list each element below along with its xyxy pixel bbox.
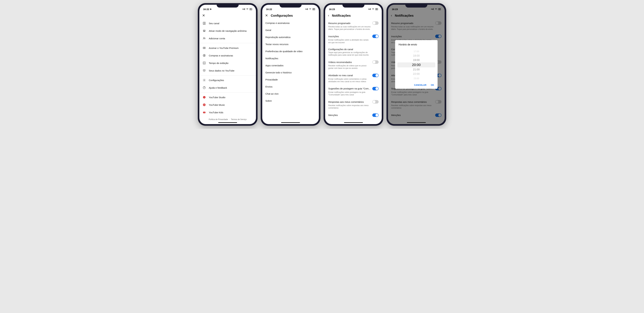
notification-setting[interactable]: Atividade no meu canalEnviar notificação…: [325, 72, 382, 85]
chart-icon: [202, 61, 206, 65]
picker-option[interactable]: 18:00: [395, 53, 438, 58]
settings-item[interactable]: Apps conectados: [262, 62, 319, 69]
setting-description: Receba todas as suas notificações em um …: [328, 25, 378, 30]
settings-item[interactable]: Compras e assinaturas: [262, 19, 319, 26]
phone-4: 16:23 ••ıl 60 ‹ Notificações Resumo prog…: [386, 3, 446, 126]
battery-icon: 60: [312, 8, 315, 10]
status-time: 16:22: [203, 8, 209, 10]
toggle-switch[interactable]: [372, 60, 378, 64]
menu-item[interactable]: Adicionar conta: [199, 34, 256, 42]
nav-bar: ✕: [199, 12, 256, 19]
screen-notifications: 16:23 ••ıl 60 ‹ Notificações Resumo prog…: [325, 5, 382, 124]
setting-title: Respostas aos meus comentários: [328, 101, 364, 103]
notification-setting[interactable]: Vídeos recomendadosReceber notificações …: [325, 58, 382, 72]
terms-link[interactable]: Termos de Serviço: [231, 118, 246, 120]
toggle-switch[interactable]: [372, 74, 378, 77]
phone-3: 16:23 ••ıl 60 ‹ Notificações Resumo prog…: [324, 3, 383, 126]
wifi-icon: [309, 7, 312, 11]
settings-item[interactable]: Gerencie todo o histórico: [262, 69, 319, 76]
content[interactable]: Resumo programadoReceba todas as suas no…: [325, 19, 382, 124]
toggle-switch[interactable]: [372, 113, 378, 117]
menu-item[interactable]: Compras e assinaturas: [199, 52, 256, 59]
setting-description: Enviar notificação sobre comentários e o…: [328, 78, 378, 83]
picker-option[interactable]: 20:00: [395, 62, 438, 67]
location-icon: ➤: [210, 8, 212, 10]
picker-option[interactable]: 22:00: [395, 72, 438, 76]
menu-item[interactable]: Tempo de exibição: [199, 59, 256, 67]
menu-item-label: YouTube Studio: [209, 96, 226, 99]
setting-title: Menções: [328, 114, 338, 116]
menu-item[interactable]: Seus dados no YouTube: [199, 67, 256, 74]
ok-button[interactable]: OK: [431, 84, 434, 86]
setting-title: Vídeos recomendados: [328, 61, 352, 63]
setting-description: Enviar notificações sobre a atividade do…: [328, 39, 378, 44]
settings-item[interactable]: Chat ao vivo: [262, 90, 319, 97]
menu-item[interactable]: YouTube Studio: [199, 93, 256, 101]
signal-icon: ••ıl: [242, 8, 245, 10]
footer-links: Política de Privacidade · Termos de Serv…: [199, 116, 256, 123]
settings-item[interactable]: Geral: [262, 26, 319, 34]
time-picker[interactable]: 17:0018:0019:0020:0021:0022:0023:00: [395, 48, 438, 81]
divider: [199, 75, 256, 75]
settings-item[interactable]: Preferências de qualidade de vídeo: [262, 48, 319, 55]
close-icon[interactable]: ✕: [202, 13, 205, 17]
settings-item[interactable]: Envios: [262, 83, 319, 90]
back-icon[interactable]: ‹: [328, 13, 329, 17]
notch: [342, 3, 364, 7]
menu-item[interactable]: Assinar o YouTube Premium: [199, 44, 256, 52]
settings-item[interactable]: Sobre: [262, 97, 319, 104]
settings-item[interactable]: Notificações: [262, 55, 319, 62]
notification-setting[interactable]: InscriçõesEnviar notificações sobre a at…: [325, 33, 382, 46]
nav-bar: ‹ Notificações: [325, 12, 382, 19]
menu-item[interactable]: Ativar modo de navegação anônima: [199, 27, 256, 34]
person-plus-icon: [202, 37, 206, 40]
menu-item-label: Seus dados no YouTube: [209, 69, 234, 72]
screen-notifications-dialog: 16:23 ••ıl 60 ‹ Notificações Resumo prog…: [388, 5, 445, 124]
toggle-switch[interactable]: [372, 87, 378, 90]
menu-item[interactable]: YouTube Kids: [199, 109, 256, 116]
setting-title: Configurações do canal: [328, 48, 353, 51]
home-indicator[interactable]: [218, 122, 237, 123]
divider: [199, 43, 256, 43]
menu-item[interactable]: Configurações: [199, 76, 256, 84]
notification-setting[interactable]: Sugestões de postagem na guia "Com...Env…: [325, 85, 382, 98]
setting-title: Resumo programado: [328, 22, 350, 24]
status-time: 16:23: [329, 8, 335, 10]
modal-overlay[interactable]: Horário de envio 17:0018:0019:0020:0021:…: [388, 5, 445, 124]
settings-item[interactable]: Reprodução automática: [262, 34, 319, 41]
menu-item[interactable]: YouTube Music: [199, 101, 256, 109]
signal-icon: ••ıl: [368, 8, 371, 10]
picker-option[interactable]: 17:00: [395, 49, 438, 53]
notification-setting[interactable]: Respostas aos meus comentáriosReceber no…: [325, 98, 382, 111]
notification-setting[interactable]: Menções: [325, 112, 382, 119]
svg-point-1: [204, 23, 205, 23]
home-indicator[interactable]: [344, 122, 363, 123]
content: Compras e assinaturasGeralReprodução aut…: [262, 19, 319, 124]
status-time: 16:22: [266, 8, 272, 10]
menu-item-label: Ajuda e feedback: [209, 86, 227, 89]
notification-setting[interactable]: Resumo programadoReceba todas as suas no…: [325, 19, 382, 33]
setting-description: Toque aqui para gerenciar as configuraçõ…: [328, 51, 378, 56]
dot: ·: [229, 118, 230, 120]
settings-item[interactable]: Testar novos recursos: [262, 41, 319, 48]
picker-option[interactable]: 19:00: [395, 58, 438, 62]
menu-item[interactable]: Ajuda e feedback: [199, 84, 256, 91]
privacy-link[interactable]: Política de Privacidade: [209, 118, 228, 120]
toggle-switch[interactable]: [372, 21, 378, 25]
close-icon[interactable]: ✕: [265, 13, 268, 17]
picker-option[interactable]: 23:00: [395, 76, 438, 81]
toggle-switch[interactable]: [372, 34, 378, 38]
svg-rect-0: [203, 22, 206, 24]
home-indicator[interactable]: [281, 122, 300, 123]
menu-item-label: Adicionar conta: [209, 37, 225, 40]
notification-setting[interactable]: Configurações do canalToque aqui para ge…: [325, 46, 382, 58]
menu-item-label: Compras e assinaturas: [209, 54, 233, 57]
menu-item[interactable]: Seu canal: [199, 19, 256, 27]
toggle-switch[interactable]: [372, 100, 378, 104]
cancel-button[interactable]: CANCELAR: [414, 84, 426, 86]
settings-item[interactable]: Privacidade: [262, 76, 319, 83]
picker-option[interactable]: 21:00: [395, 67, 438, 72]
menu-item-label: YouTube Kids: [209, 111, 223, 114]
nav-bar: ✕ Configurações: [262, 12, 319, 19]
svg-point-2: [203, 31, 204, 32]
